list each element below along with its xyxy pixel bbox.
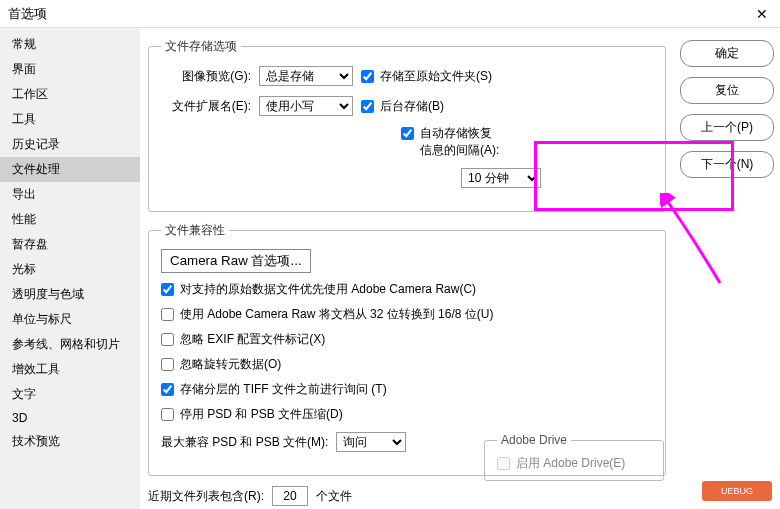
auto-recover-label-1: 自动存储恢复 [420,126,492,140]
sidebar-item-4[interactable]: 历史记录 [0,132,140,157]
ask-tiff-label: 存储分层的 TIFF 文件之前进行询问 (T) [180,381,387,398]
sidebar-item-0[interactable]: 常规 [0,32,140,57]
next-button[interactable]: 下一个(N) [680,151,774,178]
background-save-label: 后台存储(B) [380,98,444,115]
sidebar-item-12[interactable]: 参考线、网格和切片 [0,332,140,357]
file-ext-select[interactable]: 使用小写 [259,96,353,116]
auto-recover-checkbox[interactable] [401,127,414,140]
sidebar-item-7[interactable]: 性能 [0,207,140,232]
sidebar-item-1[interactable]: 界面 [0,57,140,82]
sidebar: 常规界面工作区工具历史记录文件处理导出性能暂存盘光标透明度与色域单位与标尺参考线… [0,28,140,509]
adobe-drive-legend: Adobe Drive [497,433,571,447]
watermark: UEBUG [702,481,772,501]
file-compat-legend: 文件兼容性 [161,222,229,239]
image-preview-select[interactable]: 总是存储 [259,66,353,86]
ignore-exif-label: 忽略 EXIF 配置文件标记(X) [180,331,325,348]
prev-button[interactable]: 上一个(P) [680,114,774,141]
sidebar-item-9[interactable]: 光标 [0,257,140,282]
sidebar-item-2[interactable]: 工作区 [0,82,140,107]
close-icon[interactable]: ✕ [752,4,772,24]
sidebar-item-11[interactable]: 单位与标尺 [0,307,140,332]
ask-tiff-checkbox[interactable] [161,383,174,396]
prefer-raw-label: 对支持的原始数据文件优先使用 Adobe Camera Raw(C) [180,281,476,298]
max-compat-select[interactable]: 询问 [336,432,406,452]
enable-drive-label: 启用 Adobe Drive(E) [516,455,625,472]
camera-raw-prefs-button[interactable]: Camera Raw 首选项... [161,249,311,273]
convert-32-label: 使用 Adobe Camera Raw 将文档从 32 位转换到 16/8 位(… [180,306,493,323]
sidebar-item-8[interactable]: 暂存盘 [0,232,140,257]
auto-recover-interval-select[interactable]: 10 分钟 [461,168,541,188]
sidebar-item-15[interactable]: 3D [0,407,140,429]
file-storage-group: 文件存储选项 图像预览(G): 总是存储 存储至原始文件夹(S) 文件扩展名(E… [148,38,666,212]
disable-psd-checkbox[interactable] [161,408,174,421]
ignore-rotation-checkbox[interactable] [161,358,174,371]
recent-files-label: 近期文件列表包含(R): [148,488,264,505]
sidebar-item-14[interactable]: 文字 [0,382,140,407]
max-compat-label: 最大兼容 PSD 和 PSB 文件(M): [161,434,328,451]
prefer-raw-checkbox[interactable] [161,283,174,296]
file-storage-legend: 文件存储选项 [161,38,241,55]
sidebar-item-13[interactable]: 增效工具 [0,357,140,382]
sidebar-item-10[interactable]: 透明度与色域 [0,282,140,307]
recent-files-input[interactable] [272,486,308,506]
disable-psd-label: 停用 PSD 和 PSB 文件压缩(D) [180,406,343,423]
adobe-drive-group: Adobe Drive 启用 Adobe Drive(E) [484,433,664,481]
image-preview-label: 图像预览(G): [161,68,251,85]
ignore-rotation-label: 忽略旋转元数据(O) [180,356,281,373]
file-ext-label: 文件扩展名(E): [161,98,251,115]
sidebar-item-16[interactable]: 技术预览 [0,429,140,454]
recent-files-suffix: 个文件 [316,488,352,505]
ok-button[interactable]: 确定 [680,40,774,67]
sidebar-item-3[interactable]: 工具 [0,107,140,132]
save-original-label: 存储至原始文件夹(S) [380,68,492,85]
background-save-checkbox[interactable] [361,100,374,113]
enable-drive-checkbox [497,457,510,470]
auto-recover-label-2: 信息的间隔(A): [420,143,499,157]
sidebar-item-6[interactable]: 导出 [0,182,140,207]
button-column: 确定 复位 上一个(P) 下一个(N) [674,28,780,509]
window-title: 首选项 [8,5,47,23]
convert-32-checkbox[interactable] [161,308,174,321]
sidebar-item-5[interactable]: 文件处理 [0,157,140,182]
main-panel: 文件存储选项 图像预览(G): 总是存储 存储至原始文件夹(S) 文件扩展名(E… [140,28,674,509]
cancel-button[interactable]: 复位 [680,77,774,104]
ignore-exif-checkbox[interactable] [161,333,174,346]
save-original-checkbox[interactable] [361,70,374,83]
